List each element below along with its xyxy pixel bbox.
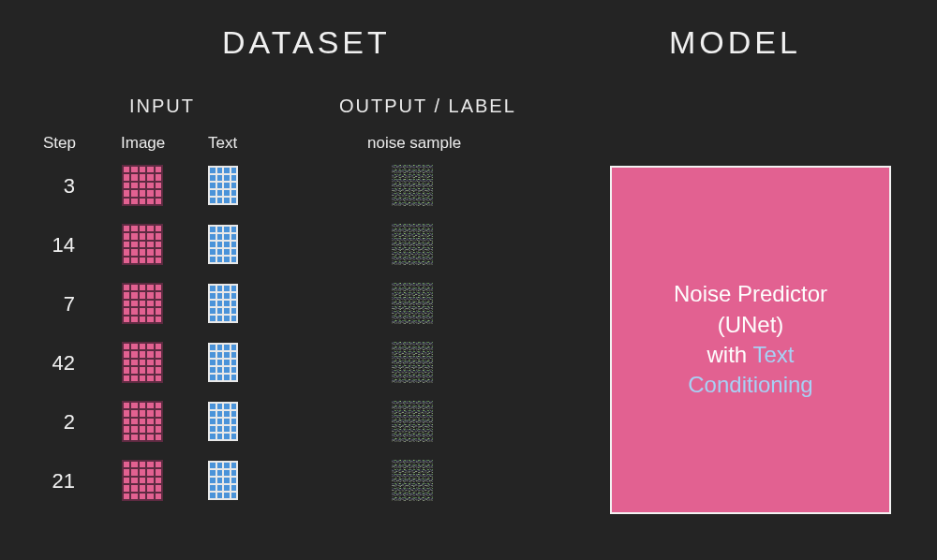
step-value: 3 [37, 174, 75, 199]
step-value: 21 [37, 469, 75, 494]
noise-sample-icon [392, 224, 433, 265]
model-box: Noise Predictor (UNet) with Text Conditi… [610, 166, 891, 514]
model-line1: Noise Predictor [674, 281, 827, 306]
column-text: Text [208, 134, 237, 153]
noise-sample-icon [392, 342, 433, 383]
dataset-heading: DATASET [222, 24, 391, 61]
model-line2: (UNet) [718, 312, 784, 337]
noise-sample-icon [392, 460, 433, 501]
output-subheading: OUTPUT / LABEL [339, 96, 516, 117]
text-grid-icon [208, 343, 238, 382]
image-grid-icon [122, 283, 163, 324]
step-value: 7 [37, 292, 75, 317]
noise-sample-icon [392, 165, 433, 206]
column-noise-sample: noise sample [367, 134, 461, 153]
model-line3b: Text [752, 342, 794, 367]
step-value: 42 [37, 351, 75, 376]
column-image: Image [121, 134, 165, 153]
model-label: Noise Predictor (UNet) with Text Conditi… [674, 279, 827, 401]
text-grid-icon [208, 402, 238, 441]
text-grid-icon [208, 225, 238, 264]
image-grid-icon [122, 401, 163, 442]
step-value: 14 [37, 233, 75, 258]
text-grid-icon [208, 166, 238, 205]
text-grid-icon [208, 461, 238, 500]
noise-sample-icon [392, 283, 433, 324]
image-grid-icon [122, 342, 163, 383]
image-grid-icon [122, 165, 163, 206]
image-grid-icon [122, 460, 163, 501]
noise-sample-icon [392, 401, 433, 442]
input-subheading: INPUT [129, 96, 195, 117]
text-grid-icon [208, 284, 238, 323]
model-heading: MODEL [669, 24, 801, 61]
column-step: Step [43, 134, 76, 153]
model-line3a: with [707, 342, 753, 367]
image-grid-icon [122, 224, 163, 265]
model-line4: Conditioning [688, 372, 812, 397]
step-value: 2 [37, 410, 75, 435]
